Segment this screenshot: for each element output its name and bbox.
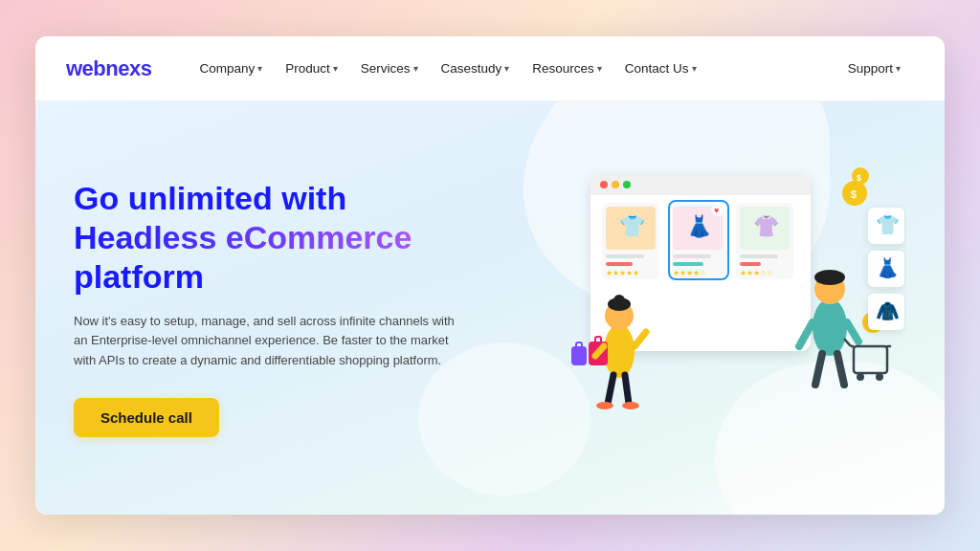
chevron-down-icon: ▾ xyxy=(692,63,697,74)
svg-line-33 xyxy=(847,322,858,342)
svg-text:👚: 👚 xyxy=(753,213,780,239)
chevron-down-icon: ▾ xyxy=(504,63,509,74)
svg-rect-2 xyxy=(590,186,811,195)
svg-rect-10 xyxy=(606,262,633,266)
svg-point-4 xyxy=(612,181,619,188)
chevron-down-icon: ▾ xyxy=(413,63,418,74)
svg-rect-16 xyxy=(673,262,703,266)
svg-point-29 xyxy=(813,298,847,356)
nav-contact[interactable]: Contact Us ▾ xyxy=(615,55,706,81)
svg-text:🧥: 🧥 xyxy=(876,299,900,322)
chevron-down-icon: ▾ xyxy=(333,63,338,74)
hero-illustration: 👕 ★★★★★ 👗 ★★★★☆ 👚 ★★★☆☆ xyxy=(543,155,906,461)
main-nav: Company ▾ Product ▾ Services ▾ Casestudy… xyxy=(189,55,834,81)
svg-rect-15 xyxy=(673,254,711,258)
svg-text:★★★★★: ★★★★★ xyxy=(606,269,639,277)
nav-product[interactable]: Product ▾ xyxy=(276,55,347,81)
svg-point-3 xyxy=(600,181,608,188)
schedule-call-button[interactable]: Schedule call xyxy=(74,398,219,437)
svg-line-34 xyxy=(815,354,822,385)
chevron-down-icon: ▾ xyxy=(257,63,262,74)
svg-line-35 xyxy=(837,354,844,385)
nav-casestudy[interactable]: Casestudy ▾ xyxy=(432,55,520,81)
svg-text:👗: 👗 xyxy=(876,256,900,279)
svg-point-45 xyxy=(613,295,625,306)
svg-text:$: $ xyxy=(857,173,861,183)
svg-line-53 xyxy=(625,375,629,404)
svg-point-39 xyxy=(857,373,864,381)
support-button[interactable]: Support ▾ xyxy=(835,55,914,81)
hero-title: Go unlimited with Headless eCommerce pla… xyxy=(74,179,457,296)
svg-point-55 xyxy=(622,402,639,409)
chevron-down-icon: ▾ xyxy=(896,63,901,74)
svg-rect-36 xyxy=(854,346,887,373)
svg-rect-22 xyxy=(740,262,761,266)
svg-rect-49 xyxy=(576,342,582,348)
svg-point-54 xyxy=(596,402,613,409)
svg-text:👕: 👕 xyxy=(876,213,900,236)
svg-text:👗: 👗 xyxy=(686,213,713,239)
header: webnexs Company ▾ Product ▾ Services ▾ C… xyxy=(35,36,945,101)
chevron-down-icon: ▾ xyxy=(597,63,602,74)
nav-company[interactable]: Company ▾ xyxy=(189,55,272,81)
svg-text:★★★★☆: ★★★★☆ xyxy=(673,269,706,277)
logo[interactable]: webnexs xyxy=(66,56,151,81)
nav-services[interactable]: Services ▾ xyxy=(351,55,428,81)
hero-section: Go unlimited with Headless eCommerce pla… xyxy=(35,101,945,515)
svg-point-5 xyxy=(623,181,631,188)
nav-resources[interactable]: Resources ▾ xyxy=(523,55,612,81)
svg-text:♥: ♥ xyxy=(714,206,719,215)
svg-text:★★★☆☆: ★★★☆☆ xyxy=(740,269,773,277)
svg-point-42 xyxy=(604,324,635,378)
svg-point-40 xyxy=(876,373,883,381)
svg-point-31 xyxy=(814,270,845,285)
svg-rect-9 xyxy=(606,254,644,258)
hero-content: Go unlimited with Headless eCommerce pla… xyxy=(35,148,495,468)
svg-line-38 xyxy=(844,339,851,346)
hero-description: Now it's easy to setup, manage, and sell… xyxy=(74,312,457,371)
main-window: webnexs Company ▾ Product ▾ Services ▾ C… xyxy=(35,36,945,515)
svg-text:👕: 👕 xyxy=(619,213,646,239)
svg-text:$: $ xyxy=(851,188,857,200)
svg-rect-21 xyxy=(740,254,778,258)
svg-line-52 xyxy=(608,375,613,404)
